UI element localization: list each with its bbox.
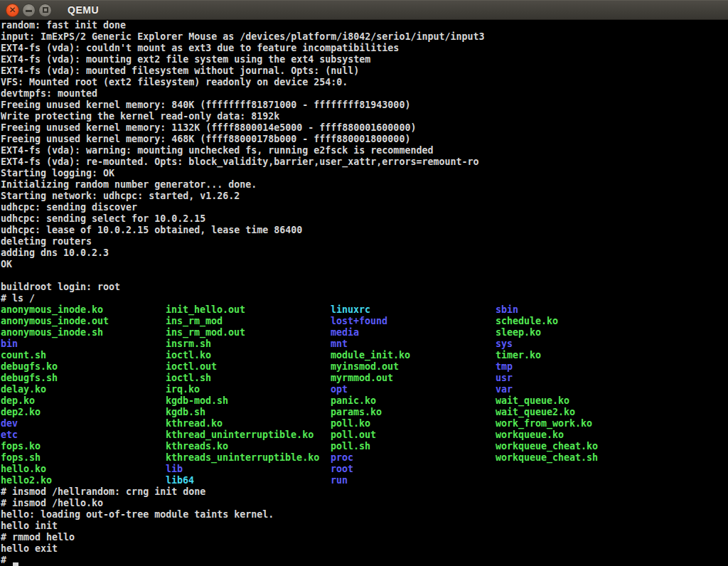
minimize-icon [26, 10, 32, 12]
terminal-line: OK [1, 259, 728, 270]
ls-entry-directory: etc [1, 429, 166, 441]
terminal-line: devtmpfs: mounted [1, 88, 728, 100]
ls-row: fops.kokthreads.kopoll.shworkqueue_cheat… [1, 441, 728, 452]
ls-entry-file: ins_rm_mod.out [166, 327, 331, 338]
ls-row: bininsrm.shmntsys [1, 338, 728, 350]
ls-row: count.shioctl.komodule_init.kotimer.ko [1, 350, 728, 361]
ls-entry-file: fops.sh [1, 452, 166, 464]
ls-entry-file: myrmmod.out [331, 373, 496, 384]
ls-entry-file: kgdb-mod.sh [166, 395, 331, 407]
terminal-line: input: ImExPS/2 Generic Explorer Mouse a… [1, 31, 728, 43]
ls-entry-file: kthreads_uninterruptible.ko [166, 452, 331, 464]
ls-entry-file: delay.ko [1, 384, 166, 395]
terminal-line: Freeing unused kernel memory: 840K (ffff… [1, 100, 728, 111]
maximize-button[interactable] [38, 4, 52, 17]
ls-entry-file: irq.ko [166, 384, 331, 395]
terminal-line: adding dns 10.0.2.3 [1, 247, 728, 259]
terminal-line: # ls / [1, 293, 728, 304]
ls-row: anonymous_inode.shins_rm_mod.outmediasle… [1, 327, 728, 338]
ls-entry-directory: mnt [331, 338, 496, 350]
titlebar[interactable]: ✕ QEMU [0, 0, 728, 20]
terminal-line: hello exit [1, 543, 728, 555]
ls-entry-file: ins_rm_mod [166, 316, 331, 327]
ls-entry-file: dep.ko [1, 395, 166, 407]
ls-entry-file: hello.ko [1, 464, 166, 475]
ls-entry-directory: proc [331, 452, 496, 464]
ls-entry-file: work_from_work.ko [496, 418, 660, 429]
ls-entry-file: debugfs.ko [1, 361, 166, 373]
minimize-button[interactable] [22, 4, 36, 17]
ls-entry-file: anonymous_inode.ko [1, 304, 166, 316]
ls-entry-file: workqueue_cheat.ko [496, 441, 660, 452]
ls-row: etckthread_uninterruptible.kopoll.outwor… [1, 429, 728, 441]
ls-entry-file: poll.ko [331, 418, 496, 429]
terminal-line: Initializing random number generator... … [1, 179, 728, 191]
ls-entry-directory: opt [331, 384, 496, 395]
ls-row: dep.kokgdb-mod.shpanic.kowait_queue.ko [1, 395, 728, 407]
ls-entry-directory: media [331, 327, 496, 338]
ls-entry-directory: dev [1, 418, 166, 429]
terminal-line: buildroot login: root [1, 282, 728, 293]
terminal-line: Starting logging: OK [1, 168, 728, 179]
ls-entry-directory: lost+found [331, 316, 496, 327]
ls-entry-file: panic.ko [331, 395, 496, 407]
ls-entry-file: debugfs.sh [1, 373, 166, 384]
ls-entry-file: insrm.sh [166, 338, 331, 350]
ls-entry-file: workqueue_cheat.sh [496, 452, 660, 464]
terminal-line: EXT4-fs (vda): mounting ext2 file system… [1, 54, 728, 65]
ls-entry-symlink: linuxrc [331, 304, 496, 316]
terminal-line [1, 270, 728, 282]
terminal-output[interactable]: random: fast init doneinput: ImExPS/2 Ge… [0, 20, 728, 566]
ls-entry-file: schedule.ko [496, 316, 660, 327]
terminal-line: hello init [1, 520, 728, 532]
ls-entry-directory: sbin [496, 304, 660, 316]
ls-row: dep2.kokgdb.shparams.kowait_queue2.ko [1, 407, 728, 418]
terminal-line: udhcpc: lease of 10.0.2.15 obtained, lea… [1, 225, 728, 236]
ls-entry-file: timer.ko [496, 350, 660, 361]
terminal-line: EXT4-fs (vda): warning: mounting uncheck… [1, 145, 728, 156]
terminal-line: # insmod /hello.ko [1, 498, 728, 509]
ls-entry-directory: var [496, 384, 660, 395]
terminal-line: VFS: Mounted root (ext2 filesystem) read… [1, 77, 728, 88]
ls-entry-file: anonymous_inode.sh [1, 327, 166, 338]
ls-entry-file: module_init.ko [331, 350, 496, 361]
ls-entry-file: init_hello.out [166, 304, 331, 316]
ls-entry-file: hello2.ko [1, 475, 166, 486]
terminal-line: random: fast init done [1, 20, 728, 31]
terminal-line: Freeing unused kernel memory: 468K (ffff… [1, 134, 728, 145]
terminal-line: # insmod /hellrandom: crng init done [1, 486, 728, 498]
terminal-line: Write protecting the kernel read-only da… [1, 111, 728, 122]
terminal-line: # rmmod hello [1, 532, 728, 543]
ls-entry-file: kthreads.ko [166, 441, 331, 452]
ls-entry-file: wait_queue.ko [496, 395, 660, 407]
ls-entry-directory: tmp [496, 361, 660, 373]
ls-entry-file: kthread_uninterruptible.ko [166, 429, 331, 441]
ls-row: anonymous_inode.outins_rm_modlost+founds… [1, 316, 728, 327]
maximize-icon [43, 7, 48, 13]
close-button[interactable]: ✕ [6, 4, 19, 17]
ls-entry-file: ioctl.ko [166, 350, 331, 361]
ls-entry-file: poll.out [331, 429, 496, 441]
ls-entry-file: count.sh [1, 350, 166, 361]
ls-row: hello2.kolib64run [1, 475, 728, 486]
ls-entry-file: fops.ko [1, 441, 166, 452]
terminal-line: udhcpc: sending discover [1, 202, 728, 213]
ls-entry-file: wait_queue2.ko [496, 407, 660, 418]
terminal-line: EXT4-fs (vda): re-mounted. Opts: block_v… [1, 156, 728, 168]
ls-entry-directory: root [331, 464, 496, 475]
ls-row: debugfs.koioctl.outmyinsmod.outtmp [1, 361, 728, 373]
terminal-line: EXT4-fs (vda): couldn't mount as ext3 du… [1, 43, 728, 54]
ls-entry-file: dep2.ko [1, 407, 166, 418]
ls-entry-file: poll.sh [331, 441, 496, 452]
terminal-line: udhcpc: sending select for 10.0.2.15 [1, 213, 728, 225]
ls-row: hello.kolibroot [1, 464, 728, 475]
ls-row: delay.koirq.kooptvar [1, 384, 728, 395]
ls-entry-directory: run [331, 475, 496, 486]
terminal-line: Freeing unused kernel memory: 1132K (fff… [1, 122, 728, 134]
ls-row: fops.shkthreads_uninterruptible.koprocwo… [1, 452, 728, 464]
terminal-line: # [1, 555, 728, 566]
ls-entry-file: workqueue.ko [496, 429, 660, 441]
terminal-line: hello: loading out-of-tree module taints… [1, 509, 728, 520]
ls-entry-file: anonymous_inode.out [1, 316, 166, 327]
ls-entry-directory: usr [496, 373, 660, 384]
